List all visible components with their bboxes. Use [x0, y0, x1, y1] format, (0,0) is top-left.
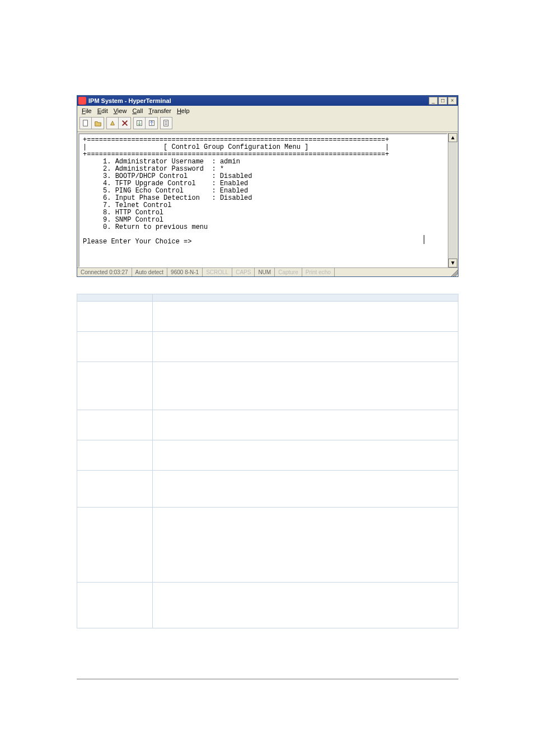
terminal-cursor	[424, 235, 424, 244]
scroll-track[interactable]	[448, 142, 457, 259]
status-scroll: SCROLL	[203, 268, 232, 276]
description-table	[77, 294, 458, 628]
receive-icon[interactable]	[146, 117, 158, 129]
table-row	[77, 440, 458, 471]
menubar: File Edit View Call Transfer Help	[77, 106, 458, 116]
scroll-down-icon[interactable]: ▼	[448, 259, 457, 267]
menu-call[interactable]: Call	[130, 107, 145, 115]
table-row	[77, 410, 458, 440]
table-header-option	[77, 294, 153, 302]
status-num: NUM	[255, 268, 275, 276]
table-row	[77, 471, 458, 508]
table-row	[77, 362, 458, 410]
close-button[interactable]: ×	[448, 97, 457, 105]
svg-rect-0	[83, 120, 88, 126]
vertical-scrollbar[interactable]: ▲ ▼	[448, 133, 457, 267]
toolbar	[77, 116, 458, 132]
table-header-desc	[153, 294, 458, 302]
table-row	[77, 332, 458, 362]
minimize-button[interactable]: _	[429, 97, 438, 105]
status-capture: Capture	[275, 268, 302, 276]
table-row	[77, 508, 458, 583]
menu-edit[interactable]: Edit	[95, 107, 110, 115]
status-echo: Print echo	[302, 268, 335, 276]
menu-transfer[interactable]: Transfer	[146, 107, 174, 115]
titlebar: IPM System - HyperTerminal _ □ ×	[77, 96, 458, 106]
menu-file[interactable]: File	[79, 107, 94, 115]
disconnect-icon[interactable]	[119, 117, 131, 129]
terminal[interactable]: +=======================================…	[78, 133, 448, 267]
table-row	[77, 302, 458, 332]
window-title: IPM System - HyperTerminal	[88, 97, 171, 104]
status-connected: Connected 0:03:27	[77, 268, 132, 276]
resize-grip-icon[interactable]	[449, 268, 458, 276]
restore-button[interactable]: □	[438, 97, 447, 105]
terminal-text: +=======================================…	[79, 134, 447, 248]
page-footer-rule	[77, 679, 458, 679]
properties-icon[interactable]	[160, 117, 172, 129]
menu-help[interactable]: Help	[175, 107, 192, 115]
app-icon	[78, 97, 86, 105]
status-settings: 9600 8-N-1	[167, 268, 203, 276]
connect-icon[interactable]	[106, 117, 119, 129]
menu-view[interactable]: View	[111, 107, 129, 115]
status-caps: CAPS	[232, 268, 255, 276]
table-header-row	[77, 294, 458, 302]
status-detect: Auto detect	[132, 268, 168, 276]
send-icon[interactable]	[133, 117, 146, 129]
table-row	[77, 583, 458, 628]
statusbar: Connected 0:03:27 Auto detect 9600 8-N-1…	[77, 267, 458, 276]
terminal-frame: +=======================================…	[77, 132, 458, 267]
new-icon[interactable]	[79, 117, 92, 129]
open-icon[interactable]	[92, 117, 104, 129]
scroll-up-icon[interactable]: ▲	[448, 133, 457, 142]
hyperterminal-window: IPM System - HyperTerminal _ □ × File Ed…	[77, 95, 458, 277]
